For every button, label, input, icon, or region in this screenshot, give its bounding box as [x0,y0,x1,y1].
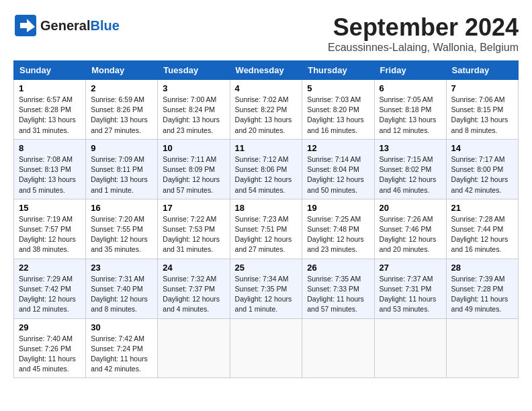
calendar-cell: 13Sunrise: 7:15 AMSunset: 8:02 PMDayligh… [374,139,446,199]
calendar-cell: 25Sunrise: 7:34 AMSunset: 7:35 PMDayligh… [230,259,302,318]
calendar-cell: 18Sunrise: 7:23 AMSunset: 7:51 PMDayligh… [230,199,302,259]
calendar-cell: 30Sunrise: 7:42 AMSunset: 7:24 PMDayligh… [86,318,158,378]
day-number: 20 [380,203,441,213]
day-number: 11 [235,143,298,153]
calendar-row: 29Sunrise: 7:40 AMSunset: 7:26 PMDayligh… [14,318,519,378]
day-number: 29 [19,322,81,332]
day-number: 12 [307,143,369,153]
calendar-cell: 27Sunrise: 7:37 AMSunset: 7:31 PMDayligh… [374,259,446,318]
calendar-cell: 7Sunrise: 7:06 AMSunset: 8:15 PMDaylight… [446,80,518,140]
col-friday: Friday [374,61,446,80]
day-info: Sunrise: 7:17 AMSunset: 8:00 PMDaylight:… [451,154,513,195]
day-number: 8 [19,143,81,153]
day-number: 7 [451,83,513,93]
day-number: 21 [451,203,513,213]
day-number: 13 [380,143,441,153]
day-info: Sunrise: 7:08 AMSunset: 8:13 PMDaylight:… [19,154,81,195]
day-number: 6 [380,83,441,93]
calendar-cell: 19Sunrise: 7:25 AMSunset: 7:48 PMDayligh… [302,199,374,259]
day-info: Sunrise: 7:03 AMSunset: 8:20 PMDaylight:… [307,95,369,136]
calendar-cell [446,318,518,378]
calendar-cell: 9Sunrise: 7:09 AMSunset: 8:11 PMDaylight… [86,139,158,199]
day-number: 4 [235,83,298,93]
day-info: Sunrise: 7:19 AMSunset: 7:57 PMDaylight:… [19,214,81,255]
day-info: Sunrise: 7:35 AMSunset: 7:33 PMDaylight:… [307,274,369,315]
col-monday: Monday [86,61,158,80]
logo: GeneralBlue [13,13,120,38]
day-number: 19 [307,203,369,213]
calendar-row: 22Sunrise: 7:29 AMSunset: 7:42 PMDayligh… [14,259,519,318]
day-info: Sunrise: 6:59 AMSunset: 8:26 PMDaylight:… [91,95,152,136]
day-info: Sunrise: 7:05 AMSunset: 8:18 PMDaylight:… [380,95,441,136]
calendar-cell [374,318,446,378]
day-info: Sunrise: 7:02 AMSunset: 8:22 PMDaylight:… [235,95,298,136]
day-info: Sunrise: 7:22 AMSunset: 7:53 PMDaylight:… [163,214,224,255]
day-number: 17 [163,203,224,213]
day-number: 15 [19,203,81,213]
calendar-cell: 1Sunrise: 6:57 AMSunset: 8:28 PMDaylight… [14,80,86,140]
calendar-row: 1Sunrise: 6:57 AMSunset: 8:28 PMDaylight… [14,80,519,140]
calendar-cell: 3Sunrise: 7:00 AMSunset: 8:24 PMDaylight… [158,80,230,140]
day-info: Sunrise: 7:15 AMSunset: 8:02 PMDaylight:… [380,154,441,195]
calendar-cell: 5Sunrise: 7:03 AMSunset: 8:20 PMDaylight… [302,80,374,140]
day-number: 25 [235,263,298,273]
day-number: 23 [91,263,152,273]
calendar-cell: 23Sunrise: 7:31 AMSunset: 7:40 PMDayligh… [86,259,158,318]
page-title: September 2024 [328,13,519,42]
calendar-cell: 15Sunrise: 7:19 AMSunset: 7:57 PMDayligh… [14,199,86,259]
day-info: Sunrise: 7:29 AMSunset: 7:42 PMDaylight:… [19,274,81,315]
calendar-cell: 12Sunrise: 7:14 AMSunset: 8:04 PMDayligh… [302,139,374,199]
day-info: Sunrise: 7:37 AMSunset: 7:31 PMDaylight:… [380,274,441,315]
day-info: Sunrise: 7:26 AMSunset: 7:46 PMDaylight:… [380,214,441,255]
col-saturday: Saturday [446,61,518,80]
day-number: 1 [19,83,81,93]
day-info: Sunrise: 7:20 AMSunset: 7:55 PMDaylight:… [91,214,152,255]
calendar-cell: 28Sunrise: 7:39 AMSunset: 7:28 PMDayligh… [446,259,518,318]
day-number: 3 [163,83,224,93]
calendar-cell: 29Sunrise: 7:40 AMSunset: 7:26 PMDayligh… [14,318,86,378]
day-info: Sunrise: 7:40 AMSunset: 7:26 PMDaylight:… [19,334,81,375]
day-number: 22 [19,263,81,273]
day-number: 28 [451,263,513,273]
calendar-cell: 4Sunrise: 7:02 AMSunset: 8:22 PMDaylight… [230,80,302,140]
day-number: 2 [91,83,152,93]
calendar-cell: 21Sunrise: 7:28 AMSunset: 7:44 PMDayligh… [446,199,518,259]
day-number: 16 [91,203,152,213]
calendar-cell: 11Sunrise: 7:12 AMSunset: 8:06 PMDayligh… [230,139,302,199]
day-info: Sunrise: 7:00 AMSunset: 8:24 PMDaylight:… [163,95,224,136]
calendar-cell: 6Sunrise: 7:05 AMSunset: 8:18 PMDaylight… [374,80,446,140]
calendar-cell: 17Sunrise: 7:22 AMSunset: 7:53 PMDayligh… [158,199,230,259]
logo-general: General [40,18,90,33]
day-info: Sunrise: 7:06 AMSunset: 8:15 PMDaylight:… [451,95,513,136]
day-number: 30 [91,322,152,332]
day-number: 26 [307,263,369,273]
day-number: 24 [163,263,224,273]
day-info: Sunrise: 6:57 AMSunset: 8:28 PMDaylight:… [19,95,81,136]
day-number: 18 [235,203,298,213]
day-info: Sunrise: 7:12 AMSunset: 8:06 PMDaylight:… [235,154,298,195]
day-number: 9 [91,143,152,153]
calendar-cell: 24Sunrise: 7:32 AMSunset: 7:37 PMDayligh… [158,259,230,318]
day-info: Sunrise: 7:25 AMSunset: 7:48 PMDaylight:… [307,214,369,255]
calendar-header-row: Sunday Monday Tuesday Wednesday Thursday… [14,61,519,80]
calendar-cell: 22Sunrise: 7:29 AMSunset: 7:42 PMDayligh… [14,259,86,318]
col-thursday: Thursday [302,61,374,80]
day-info: Sunrise: 7:32 AMSunset: 7:37 PMDaylight:… [163,274,224,315]
calendar-row: 15Sunrise: 7:19 AMSunset: 7:57 PMDayligh… [14,199,519,259]
day-info: Sunrise: 7:09 AMSunset: 8:11 PMDaylight:… [91,154,152,195]
day-info: Sunrise: 7:11 AMSunset: 8:09 PMDaylight:… [163,154,224,195]
day-info: Sunrise: 7:31 AMSunset: 7:40 PMDaylight:… [91,274,152,315]
calendar-cell: 26Sunrise: 7:35 AMSunset: 7:33 PMDayligh… [302,259,374,318]
calendar-cell: 14Sunrise: 7:17 AMSunset: 8:00 PMDayligh… [446,139,518,199]
calendar-row: 8Sunrise: 7:08 AMSunset: 8:13 PMDaylight… [14,139,519,199]
page-header: GeneralBlue September 2024 Ecaussinnes-L… [13,13,519,54]
col-tuesday: Tuesday [158,61,230,80]
day-info: Sunrise: 7:39 AMSunset: 7:28 PMDaylight:… [451,274,513,315]
calendar-cell [230,318,302,378]
day-info: Sunrise: 7:14 AMSunset: 8:04 PMDaylight:… [307,154,369,195]
day-number: 10 [163,143,224,153]
day-number: 27 [380,263,441,273]
calendar-cell: 20Sunrise: 7:26 AMSunset: 7:46 PMDayligh… [374,199,446,259]
calendar-cell: 8Sunrise: 7:08 AMSunset: 8:13 PMDaylight… [14,139,86,199]
day-info: Sunrise: 7:34 AMSunset: 7:35 PMDaylight:… [235,274,298,315]
